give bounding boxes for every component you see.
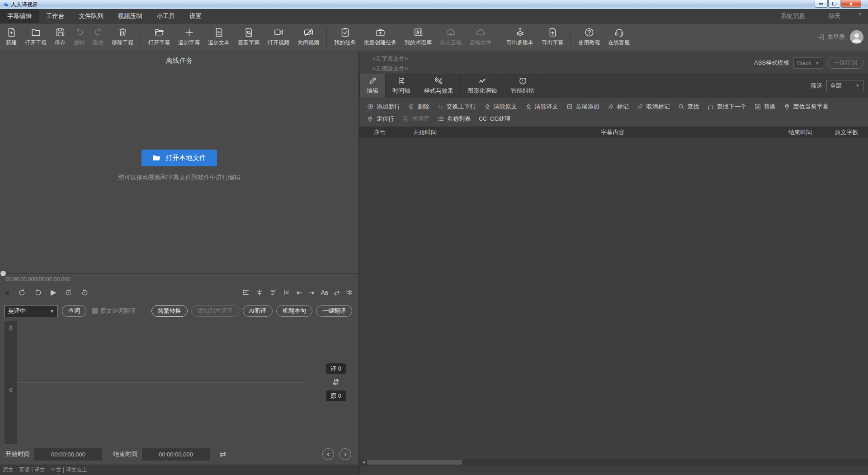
- editor-tab[interactable]: 图形化调轴: [461, 74, 504, 98]
- translate-action-button[interactable]: AI听译: [243, 305, 273, 317]
- login-label[interactable]: 未登录: [827, 33, 845, 41]
- seek-knob[interactable]: [0, 271, 6, 276]
- edit-tool-button[interactable]: 查找: [674, 103, 703, 111]
- edit-tool-button[interactable]: 标记: [604, 103, 633, 111]
- stop-icon[interactable]: ■: [5, 289, 9, 296]
- toolbar-button[interactable]: [571, 28, 571, 47]
- scrollbar-thumb[interactable]: [367, 460, 462, 465]
- align-center-icon[interactable]: [256, 289, 263, 296]
- toolbar-button[interactable]: 批量创建任务: [360, 27, 401, 47]
- end-time-input[interactable]: [142, 448, 210, 461]
- edit-tool-button[interactable]: 清除译文: [521, 103, 562, 111]
- toolbar-button[interactable]: 打开字幕: [144, 27, 174, 47]
- subtitle-rows-icon[interactable]: [242, 289, 250, 296]
- translate-action-button[interactable]: 添加到术语库: [191, 305, 239, 317]
- toolbar-button[interactable]: 打开工程: [21, 27, 51, 47]
- translate-action-button[interactable]: 机翻本句: [276, 305, 312, 317]
- subtitle-table-body[interactable]: [359, 138, 868, 459]
- avatar[interactable]: [850, 30, 863, 44]
- swap-times-icon[interactable]: ⇄: [220, 450, 226, 459]
- edit-tool-button[interactable]: 添加新行: [363, 103, 404, 111]
- edit-tool-button[interactable]: 定位当前字幕: [780, 103, 833, 111]
- to-end-icon[interactable]: ⇥: [309, 289, 315, 296]
- toolbar-button[interactable]: 我的任务: [330, 27, 360, 47]
- open-local-file-button[interactable]: 打开本地文件: [142, 150, 217, 166]
- translate-action-button[interactable]: 简繁转换: [151, 305, 188, 317]
- editor-tab[interactable]: 样式与效果: [417, 74, 461, 98]
- rewind-icon[interactable]: [18, 289, 26, 296]
- edit-tool-button[interactable]: CC CC处理: [475, 115, 514, 123]
- edit-tool-button[interactable]: 清除原文: [480, 103, 521, 111]
- toolbar-button[interactable]: 我的术语库: [401, 27, 436, 47]
- seek-bar[interactable]: [0, 271, 359, 276]
- filter-select[interactable]: 全部 ▼: [826, 80, 863, 91]
- toolbar-button[interactable]: 追加文本: [204, 27, 234, 47]
- volume-icon[interactable]: [346, 289, 353, 296]
- loop-forward-icon[interactable]: [81, 289, 89, 296]
- edit-tool-button[interactable]: 取消标记: [633, 103, 674, 111]
- minimize-button[interactable]: [815, 0, 828, 8]
- swap-lines-icon[interactable]: ⇄: [334, 289, 340, 296]
- close-button[interactable]: ×: [841, 0, 861, 8]
- maximize-button[interactable]: [828, 0, 840, 8]
- scroll-left-icon[interactable]: ◀: [360, 459, 367, 466]
- play-icon[interactable]: ▶: [51, 289, 56, 296]
- select-translate-checkbox[interactable]: [92, 308, 98, 314]
- original-text-area[interactable]: [17, 382, 359, 444]
- toolbar-button[interactable]: [141, 28, 141, 47]
- editor-tab[interactable]: 时间轴: [386, 74, 417, 98]
- edit-tool-button[interactable]: 替换: [750, 103, 780, 111]
- translate-action-button[interactable]: 一键翻译: [316, 305, 352, 317]
- toolbar-button[interactable]: 存入云端: [436, 27, 466, 47]
- fast-forward-icon[interactable]: [34, 289, 42, 296]
- edit-tool-button[interactable]: 术语库: [398, 115, 434, 123]
- translate-direction-select[interactable]: 英译中 ▼: [5, 305, 58, 317]
- menu-right-item[interactable]: 聊天: [816, 9, 852, 23]
- toolbar-button[interactable]: 导出字幕: [538, 27, 567, 47]
- align-top-icon[interactable]: [269, 289, 277, 296]
- toolbar-button[interactable]: 云端文件: [466, 27, 495, 47]
- menu-item[interactable]: 小工具: [150, 9, 183, 23]
- toolbar-button[interactable]: 新建: [2, 27, 21, 47]
- translation-text-area[interactable]: [17, 321, 359, 382]
- next-subtitle-button[interactable]: ›: [340, 448, 351, 460]
- edit-tool-button[interactable]: 名称列表: [434, 115, 475, 123]
- toolbar-button[interactable]: [326, 28, 327, 47]
- horizontal-scrollbar[interactable]: ◀: [359, 459, 868, 466]
- toolbar-button[interactable]: 重做: [89, 27, 108, 47]
- menu-item[interactable]: 工作台: [39, 9, 72, 23]
- start-time-input[interactable]: [34, 448, 102, 461]
- edit-tool-button[interactable]: 删除: [404, 103, 434, 111]
- menu-item[interactable]: 字幕编辑: [0, 9, 39, 23]
- toolbar-button[interactable]: 使用教程: [574, 27, 604, 47]
- collapse-toolbar-icon[interactable]: ^: [852, 9, 868, 23]
- toolbar-button[interactable]: 追加字幕: [174, 27, 204, 47]
- seek-track[interactable]: [0, 273, 359, 274]
- menu-right-item[interactable]: 系统消息: [769, 9, 816, 23]
- menu-item[interactable]: 设置: [182, 9, 209, 23]
- edit-tool-button[interactable]: 定位行: [363, 115, 398, 123]
- editor-tab[interactable]: 编辑: [359, 74, 386, 98]
- previous-subtitle-button[interactable]: ‹: [322, 448, 334, 460]
- toolbar-button[interactable]: 在线客服: [604, 27, 634, 47]
- edit-tool-button[interactable]: ↑↓ 交换上下行: [434, 103, 480, 111]
- menu-item[interactable]: 文件队列: [72, 9, 111, 23]
- font-size-icon[interactable]: Aa: [321, 289, 327, 296]
- to-start-icon[interactable]: ⇤: [297, 289, 302, 296]
- edit-tool-button[interactable]: 查找下一个: [703, 103, 750, 111]
- edit-tool-button[interactable]: 首尾添加: [562, 103, 604, 111]
- toolbar-button[interactable]: 打开视频: [264, 27, 293, 47]
- toolbar-button[interactable]: [499, 28, 499, 47]
- toolbar-button[interactable]: 移除工程: [108, 27, 137, 47]
- align-left-icon[interactable]: [283, 289, 290, 296]
- offline-task-drop-area[interactable]: 离线任务 打开本地文件 您可以拖动视频和字幕文件到软件中进行编辑: [0, 51, 359, 271]
- loop-back-icon[interactable]: [65, 289, 72, 296]
- toolbar-button[interactable]: 导出多版本: [502, 27, 538, 47]
- toolbar-button[interactable]: 保存: [51, 27, 70, 47]
- lookup-word-button[interactable]: 查词: [62, 305, 86, 317]
- menu-item[interactable]: 视频压制: [111, 9, 150, 23]
- toolbar-button[interactable]: 查看字幕: [234, 27, 264, 47]
- editor-tab[interactable]: 智能纠错: [504, 74, 542, 98]
- toolbar-button[interactable]: 关闭视频: [293, 27, 323, 47]
- toolbar-button[interactable]: 撤销: [70, 27, 89, 47]
